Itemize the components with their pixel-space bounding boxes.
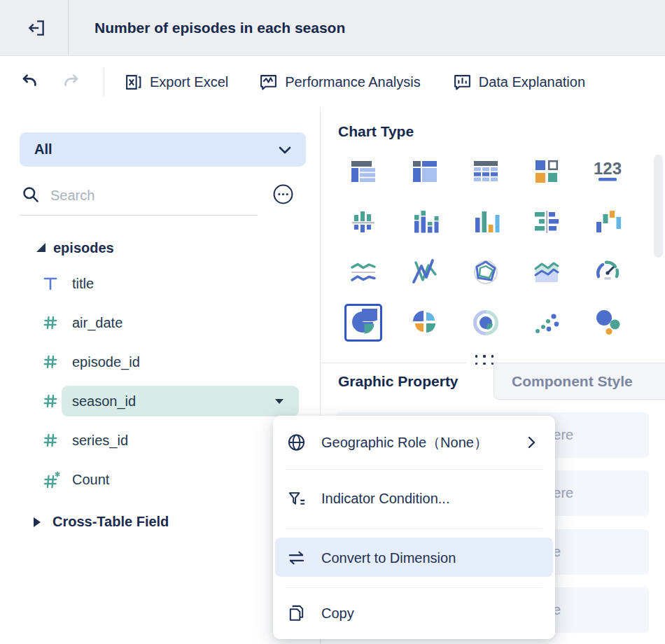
tree-group-episodes[interactable]: episodes	[0, 238, 320, 258]
field-item-Count[interactable]: Count	[0, 464, 320, 495]
hash-icon	[42, 393, 59, 410]
pulse-bubble-icon	[259, 73, 278, 92]
bidirectional-bar-chart-icon	[349, 208, 377, 236]
chart-type-stacked-column[interactable]	[406, 203, 444, 241]
field-options-button[interactable]	[271, 182, 295, 206]
stacked-column-chart-icon	[411, 208, 439, 236]
table-filter-select[interactable]: All	[20, 132, 306, 167]
chart-type-line[interactable]	[344, 253, 382, 291]
toolbar-button-data-explanation[interactable]: Data Explanation	[453, 73, 585, 92]
redo-icon	[62, 72, 82, 92]
menu-item-label: Geographic Role（None）	[321, 433, 488, 452]
area-chart-icon	[533, 258, 561, 286]
chart-type-donut-rose[interactable]	[467, 304, 505, 342]
toolbar: Export ExcelPerformance AnalysisData Exp…	[0, 56, 665, 108]
chart-type-card-group[interactable]	[528, 153, 566, 190]
page-title: Number of episodes in each season	[94, 0, 345, 55]
field-label: episode_id	[72, 346, 140, 377]
bubble-chart-icon	[594, 309, 622, 337]
menu-item-label: Copy	[321, 606, 354, 622]
field-label: title	[72, 268, 94, 299]
header-bar: Number of episodes in each season	[0, 0, 665, 56]
undo-icon	[19, 72, 38, 92]
chart-type-bidirectional-horizontal-bar[interactable]	[528, 203, 566, 241]
detail-table-chart-icon	[472, 158, 500, 186]
field-menu-caret-icon[interactable]	[275, 399, 284, 404]
globe-icon	[287, 433, 306, 452]
field-label: air_date	[72, 307, 122, 338]
field-item-air_date[interactable]: air_date	[0, 307, 320, 338]
chart-type-bidirectional-bar[interactable]	[344, 203, 382, 241]
tab-component-style[interactable]: Component Style	[493, 363, 665, 400]
search-underline	[20, 215, 258, 216]
toolbar-button-performance-analysis[interactable]: Performance Analysis	[259, 73, 420, 92]
chart-type-multi-line[interactable]	[406, 253, 444, 291]
menu-item-copy[interactable]: Copy	[273, 587, 555, 639]
menu-item-label: Indicator Condition...	[321, 491, 449, 507]
field-label: Count	[72, 464, 109, 495]
tree-group-label: episodes	[53, 238, 114, 258]
back-button[interactable]	[21, 17, 52, 39]
chart-type-scatter[interactable]	[528, 304, 566, 342]
back-exit-icon	[26, 18, 47, 38]
barchart-bubble-icon	[453, 73, 472, 92]
search-row	[0, 181, 320, 213]
redo-button[interactable]	[60, 70, 84, 94]
copy-icon	[287, 604, 306, 623]
tree-group-label: Cross-Table Field	[52, 510, 169, 533]
hash-star-icon	[42, 471, 59, 488]
menu-item-indicator-condition[interactable]: Indicator Condition...	[273, 469, 555, 528]
chart-type-radar[interactable]	[467, 253, 505, 291]
tab-label: Component Style	[512, 363, 633, 399]
donut-rose-chart-icon	[472, 309, 500, 337]
field-context-menu: Geographic Role（None）Indicator Condition…	[273, 416, 555, 639]
caret-expanded-icon	[36, 243, 46, 252]
undo-button[interactable]	[17, 70, 41, 94]
search-input[interactable]	[49, 183, 227, 208]
column-chart-icon	[472, 208, 500, 236]
caret-collapsed-icon	[34, 517, 41, 527]
app-window: Number of episodes in each season Export…	[0, 0, 665, 644]
chart-type-kpi-card[interactable]: 123	[589, 153, 626, 190]
tab-graphic-property[interactable]: Graphic Property	[338, 363, 458, 400]
hash-icon	[42, 432, 59, 449]
toolbar-button-label: Export Excel	[150, 74, 228, 90]
field-item-title[interactable]: title	[0, 268, 320, 299]
menu-item-label: Convert to Dimension	[321, 550, 456, 566]
text-icon	[42, 275, 59, 292]
scrollbar-thumb[interactable]	[654, 155, 663, 258]
field-label: series_id	[72, 425, 128, 456]
chart-type-gauge[interactable]	[589, 253, 626, 291]
line-chart-icon	[349, 258, 377, 286]
field-item-episode_id[interactable]: episode_id	[0, 346, 320, 377]
card-group-chart-icon	[533, 158, 561, 186]
menu-item-convert-to-dimension[interactable]: Convert to Dimension	[273, 528, 555, 587]
toolbar-button-label: Data Explanation	[479, 74, 585, 90]
chart-type-group-table[interactable]	[344, 153, 382, 190]
chart-type-detail-table[interactable]	[467, 153, 505, 190]
field-item-series_id[interactable]: series_id	[0, 425, 320, 456]
chart-type-area[interactable]	[528, 253, 566, 291]
pie-chart-icon	[349, 309, 377, 337]
group-table-chart-icon	[349, 158, 377, 186]
radar-chart-icon	[472, 258, 500, 286]
tree-group-cross-table-field[interactable]: Cross-Table Field	[0, 510, 320, 533]
chart-type-pie[interactable]	[344, 304, 382, 342]
chart-type-bubble[interactable]	[589, 304, 626, 342]
multi-line-chart-icon	[411, 258, 439, 286]
menu-item-geographic-role-none[interactable]: Geographic Role（None）	[273, 416, 555, 469]
toolbar-actions: Export ExcelPerformance AnalysisData Exp…	[104, 73, 585, 92]
filter-equals-icon	[287, 489, 306, 508]
chart-type-waterfall[interactable]	[589, 203, 626, 241]
toolbar-button-export-excel[interactable]: Export Excel	[124, 73, 228, 92]
gauge-chart-icon	[594, 258, 622, 286]
chart-type-quadrant-pie[interactable]	[406, 304, 444, 342]
toolbar-button-label: Performance Analysis	[285, 74, 420, 90]
cross-table-chart-icon	[411, 158, 439, 186]
field-item-season_id[interactable]: season_id	[0, 386, 320, 416]
hash-icon	[42, 314, 59, 331]
chart-type-column[interactable]	[467, 203, 505, 241]
chevron-right-icon	[524, 435, 538, 449]
chevron-down-icon	[276, 141, 293, 158]
chart-type-cross-table[interactable]	[406, 153, 444, 190]
